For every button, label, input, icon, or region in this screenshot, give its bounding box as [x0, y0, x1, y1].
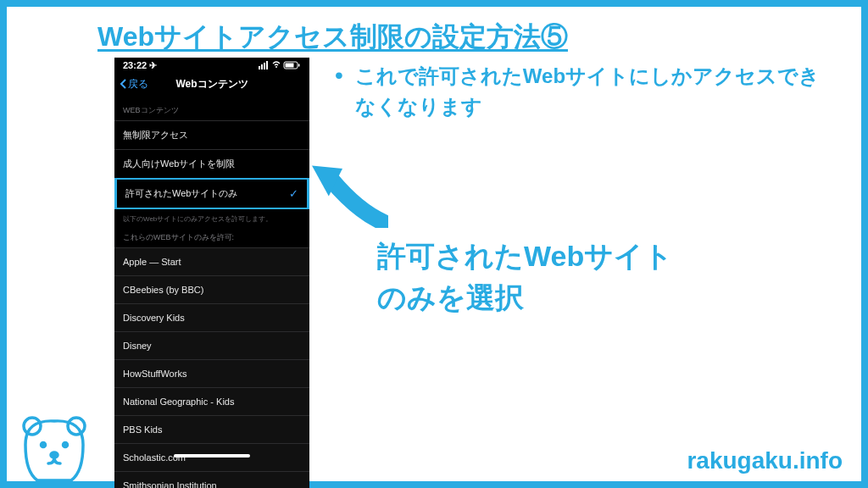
callout-text: 許可されたWebサイトのみを選択 [377, 236, 673, 319]
option-limit-adult[interactable]: 成人向けWebサイトを制限 [114, 149, 309, 178]
svg-rect-6 [286, 63, 294, 67]
list-item[interactable]: Smithsonian Institution [114, 471, 309, 488]
check-icon: ✓ [289, 187, 298, 200]
svg-rect-0 [259, 66, 260, 69]
phone-screenshot: 23:22 ✈ 戻る Webコンテンツ WEBコンテンツ 無制限アクセス 成人向… [114, 58, 309, 461]
chevron-left-icon [120, 79, 126, 89]
section-header: WEBコンテンツ [114, 97, 309, 120]
bullet-point: • これで許可されたWebサイトにしかアクセスできなくなります [335, 61, 830, 122]
svg-point-11 [42, 443, 46, 447]
svg-rect-3 [266, 61, 268, 69]
svg-point-12 [64, 443, 68, 447]
svg-rect-1 [261, 64, 263, 69]
option-allowed-only[interactable]: 許可されたWebサイトのみ ✓ [114, 178, 309, 209]
home-indicator [174, 454, 250, 458]
arrow-icon [312, 164, 388, 228]
back-label: 戻る [128, 77, 148, 92]
svg-rect-7 [298, 64, 300, 66]
list-item[interactable]: CBeebies (by BBC) [114, 275, 309, 303]
status-time: 23:22 ✈ [123, 60, 157, 71]
bear-logo-icon [12, 411, 97, 483]
page-title: Webサイトアクセス制限の設定方法⑤ [97, 19, 568, 56]
option-unlimited[interactable]: 無制限アクセス [114, 120, 309, 149]
option-footnote: 以下のWebサイトにのみアクセスを許可します。 [114, 209, 309, 224]
status-icons [259, 61, 301, 71]
list-item[interactable]: Disney [114, 331, 309, 359]
watermark: rakugaku.info [687, 447, 843, 474]
status-bar: 23:22 ✈ [114, 58, 309, 71]
section-header-allowed: これらのWEBサイトのみを許可: [114, 224, 309, 247]
nav-bar: 戻る Webコンテンツ [114, 71, 309, 97]
list-item[interactable]: National Geographic - Kids [114, 387, 309, 415]
list-item[interactable]: Apple — Start [114, 247, 309, 275]
svg-point-4 [275, 66, 277, 68]
list-item[interactable]: PBS Kids [114, 415, 309, 443]
list-item[interactable]: Discovery Kids [114, 303, 309, 331]
nav-title: Webコンテンツ [175, 77, 248, 92]
list-item[interactable]: HowStuffWorks [114, 359, 309, 387]
bullet-marker: • [335, 61, 343, 122]
bullet-text: これで許可されたWebサイトにしかアクセスできなくなります [355, 61, 830, 122]
svg-rect-2 [264, 63, 265, 69]
back-button[interactable]: 戻る [120, 77, 148, 92]
